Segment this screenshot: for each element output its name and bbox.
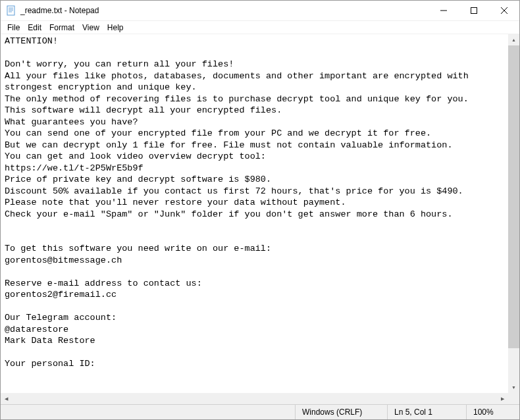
- window-title: _readme.txt - Notepad: [20, 6, 429, 15]
- scroll-left-icon[interactable]: ◀: [1, 393, 12, 404]
- scroll-track-horizontal[interactable]: [12, 393, 497, 404]
- menu-help[interactable]: Help: [103, 22, 128, 34]
- menu-edit[interactable]: Edit: [24, 22, 45, 34]
- status-spacer: [1, 405, 296, 419]
- notepad-window: _readme.txt - Notepad File Edit Format V…: [0, 0, 520, 420]
- menu-view[interactable]: View: [78, 22, 103, 34]
- scroll-right-icon[interactable]: ▶: [497, 393, 508, 404]
- maximize-button[interactable]: [459, 1, 489, 20]
- window-controls: [429, 1, 519, 20]
- vertical-scrollbar[interactable]: ▲ ▼: [508, 34, 519, 393]
- menu-file[interactable]: File: [3, 22, 24, 34]
- scroll-up-icon[interactable]: ▲: [508, 34, 519, 45]
- titlebar: _readme.txt - Notepad: [1, 1, 519, 21]
- content-wrapper: ATTENTION! Don't worry, you can return a…: [1, 34, 519, 404]
- status-zoom: 100%: [467, 405, 519, 419]
- minimize-button[interactable]: [429, 1, 459, 20]
- text-editor[interactable]: ATTENTION! Don't worry, you can return a…: [1, 34, 508, 393]
- menu-format[interactable]: Format: [45, 22, 78, 34]
- notepad-icon: [6, 5, 16, 16]
- scroll-track-vertical[interactable]: [508, 45, 519, 382]
- menubar: File Edit Format View Help: [1, 21, 519, 34]
- close-button[interactable]: [489, 1, 519, 20]
- content-area: ATTENTION! Don't worry, you can return a…: [1, 34, 508, 393]
- horizontal-scrollbar[interactable]: ◀ ▶: [1, 393, 508, 404]
- status-position: Ln 5, Col 1: [388, 405, 467, 419]
- status-encoding: Windows (CRLF): [296, 405, 388, 419]
- scroll-down-icon[interactable]: ▼: [508, 382, 519, 393]
- scroll-corner: [508, 393, 519, 404]
- statusbar: Windows (CRLF) Ln 5, Col 1 100%: [1, 404, 519, 419]
- scroll-thumb-vertical[interactable]: [508, 45, 519, 348]
- svg-rect-6: [471, 8, 477, 14]
